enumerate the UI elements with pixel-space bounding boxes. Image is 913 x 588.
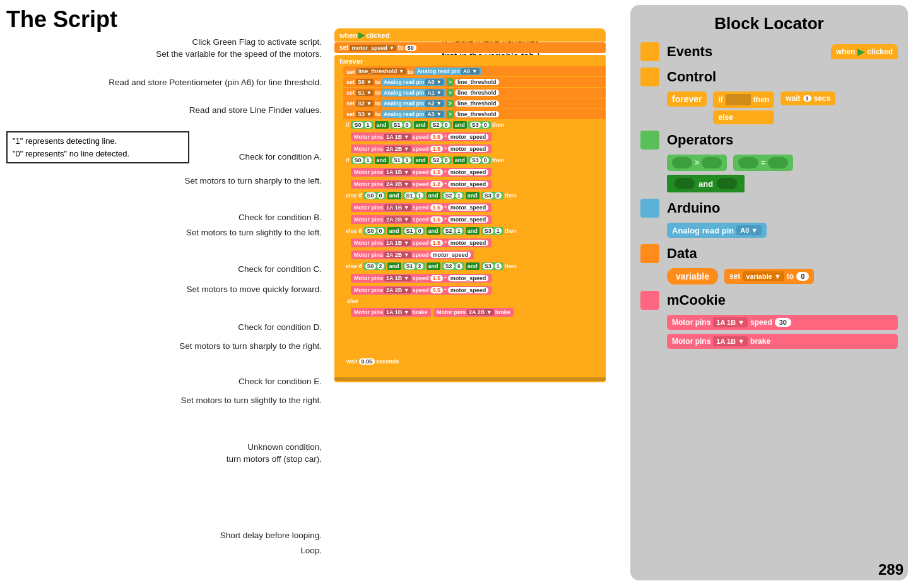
bl-mcookie-section: mCookie Motor pins 1A 1B ▼ speed 30 Moto… [640, 291, 898, 349]
annotation-11: Set motors to turn sharply to the right. [13, 341, 322, 353]
bl-events-section: Events when ▶ clicked [640, 42, 898, 61]
annotation-1: Click Green Flag to activate script. Set… [13, 37, 322, 61]
variable-display: variable [667, 268, 718, 285]
when-clicked-display-block: when ▶ clicked [831, 44, 898, 59]
motor-brake-display: Motor pins 1A 1B ▼ brake [667, 334, 898, 349]
annotation-16: Loop. [13, 545, 322, 557]
forever-block: forever set line_threshold ▼ to Analog r… [334, 55, 606, 382]
block-locator-panel: Block Locator Events when ▶ clicked Cont… [630, 5, 908, 580]
annotation-9: Set motors to move quickly forward. [13, 284, 322, 296]
eq-op-display: = [733, 155, 793, 171]
bl-data-section: Data variable set variable ▼ to 0 [640, 244, 898, 285]
annotation-4r: Check for condition A. [189, 151, 322, 163]
annotation-6: Check for condition B. [13, 212, 322, 224]
bl-control-section: Control forever if then else wait 1 secs [640, 68, 898, 124]
forever-display: forever [667, 91, 707, 107]
annotation-7: Set motors to turn slightly to the left. [13, 227, 322, 239]
annotation-5: Set motors to turn sharply to the left. [13, 175, 322, 187]
annotation-12: Check for condition E. [13, 376, 322, 388]
annotation-14: Unknown condition, turn motors off (stop… [13, 442, 322, 466]
wait-display: wait 1 secs [780, 91, 835, 105]
annotation-13: Set motors to turn slightly to the right… [13, 395, 322, 407]
page-title: The Script [6, 6, 117, 33]
set-variable-display: set variable ▼ to 0 [724, 269, 814, 284]
annotation-3: Read and store Line Finder values. [13, 105, 322, 117]
gt-op-display: > [667, 155, 727, 171]
analog-read-display: Analog read pin A0 ▼ [667, 223, 767, 238]
annotation-8: Check for condition C. [13, 264, 322, 276]
script-area: when ▶ clicked set motor_speed ▼ to 50 f… [334, 28, 606, 384]
if-then-display: if then else [713, 91, 774, 124]
and-op-display: and [667, 175, 745, 192]
bl-operators-section: Operators > = and [640, 131, 898, 192]
bl-arduino-section: Arduino Analog read pin A0 ▼ [640, 199, 898, 238]
when-clicked-block: when ▶ clicked set motor_speed ▼ to 50 [334, 28, 606, 53]
annotation-15: Short delay before looping. [13, 530, 322, 542]
page-number: 289 [878, 561, 904, 579]
annotation-10: Check for condition D. [13, 322, 322, 334]
motor-speed-display: Motor pins 1A 1B ▼ speed 30 [667, 315, 898, 330]
highlight-box: "1" represents detecting line. "0" repre… [6, 131, 189, 163]
block-locator-title: Block Locator [640, 14, 898, 33]
annotation-2: Read and store Potentiometer (pin A6) fo… [13, 77, 322, 89]
